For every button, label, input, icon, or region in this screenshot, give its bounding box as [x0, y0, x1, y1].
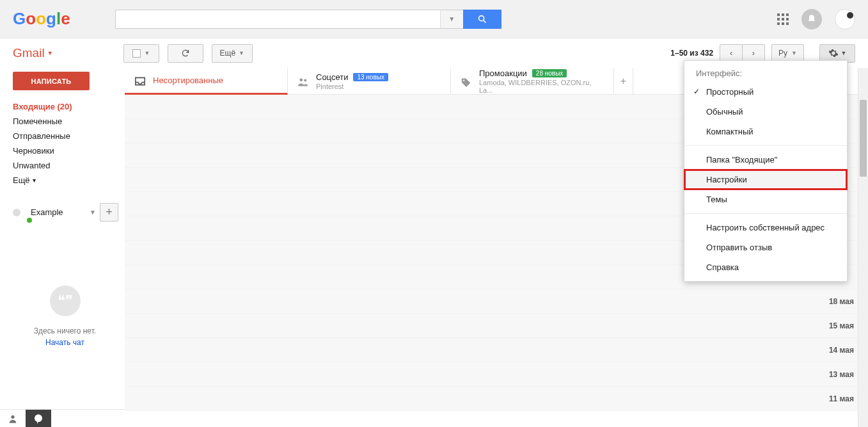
gmail-brand[interactable]: Gmail ▼ — [13, 46, 53, 60]
svg-point-7 — [35, 414, 42, 422]
mail-row[interactable]: 15 мая — [125, 314, 868, 338]
sidebar-item-sent[interactable]: Отправленные — [0, 129, 125, 143]
notifications-icon[interactable] — [801, 9, 822, 29]
presence-avatar — [12, 207, 27, 218]
caret-down-icon: ▾ — [33, 177, 36, 184]
tab-social-label: Соцсети — [316, 72, 348, 82]
hangouts-icon — [33, 414, 43, 424]
tag-icon — [460, 77, 471, 86]
account-avatar[interactable] — [835, 9, 855, 29]
tab-primary[interactable]: Несортированные — [125, 68, 288, 95]
mail-date: 18 мая — [829, 297, 859, 306]
start-chat-link[interactable]: Начать чат — [12, 338, 118, 347]
tab-promo-sub: Lamoda, WILDBERRIES, OZON.ru, La... — [479, 79, 604, 94]
search-options-dropdown[interactable]: ▼ — [440, 10, 463, 28]
menu-section-interface: Интерфейс: — [684, 65, 847, 82]
sidebar-more[interactable]: Ещё ▾ — [0, 173, 125, 188]
svg-point-6 — [11, 415, 14, 418]
search-icon — [477, 14, 487, 24]
header-bar: Google ▼ — [0, 0, 868, 38]
caret-down-icon: ▼ — [47, 50, 53, 56]
caret-down-icon: ▼ — [239, 50, 244, 56]
inbox-icon — [134, 76, 145, 85]
mail-date: 11 мая — [829, 394, 859, 403]
menu-feedback[interactable]: Отправить отзыв — [684, 238, 847, 257]
mail-date: 15 мая — [829, 321, 859, 330]
gmail-brand-label: Gmail — [13, 46, 45, 60]
svg-point-5 — [463, 79, 464, 81]
caret-down-icon: ▼ — [90, 209, 96, 216]
contacts-tab[interactable] — [0, 410, 26, 427]
mail-row[interactable]: 14 мая — [125, 338, 868, 362]
hangouts-empty-text: Здесь ничего нет. — [12, 326, 118, 335]
menu-settings[interactable]: Настройки — [684, 170, 847, 189]
search-form: ▼ — [115, 10, 501, 29]
new-conversation-button[interactable]: + — [100, 203, 118, 222]
mail-date: 14 мая — [829, 346, 859, 355]
sidebar-more-label: Ещё — [13, 175, 30, 185]
search-box: ▼ — [115, 10, 464, 29]
lang-label: Ру — [778, 49, 787, 58]
tab-social-sub: Pinterest — [316, 83, 388, 90]
more-button[interactable]: Ещё ▼ — [212, 44, 253, 63]
refresh-icon — [181, 49, 190, 58]
chevron-left-icon: ‹ — [730, 49, 732, 58]
sidebar-item-drafts[interactable]: Черновики — [0, 143, 125, 158]
hangouts-icon: ❝❞ — [50, 286, 81, 316]
tab-promotions[interactable]: Промоакции 28 новых Lamoda, WILDBERRIES,… — [451, 68, 614, 94]
mail-date: 13 мая — [829, 370, 859, 379]
caret-down-icon: ▼ — [145, 50, 150, 56]
person-icon — [8, 414, 18, 424]
caret-down-icon: ▼ — [791, 50, 797, 56]
hangouts-tab[interactable] — [26, 410, 51, 427]
paging-text: 1–50 из 432 — [670, 49, 713, 58]
search-button[interactable] — [463, 10, 501, 29]
hangouts-self-row[interactable]: Example ▼ + — [12, 203, 118, 222]
svg-point-3 — [299, 78, 303, 81]
svg-point-2 — [13, 209, 20, 216]
mail-row[interactable]: 13 мая — [125, 362, 868, 387]
menu-density-cozy[interactable]: Обычный — [684, 102, 847, 122]
tab-primary-label: Несортированные — [153, 76, 223, 85]
sidebar-item-starred[interactable]: Помеченные — [0, 114, 125, 129]
menu-separator — [684, 213, 847, 214]
search-input[interactable] — [116, 14, 440, 24]
more-label: Ещё — [220, 49, 236, 58]
menu-custom-address[interactable]: Настроить собственный адрес — [684, 218, 847, 238]
sidebar: НАПИСАТЬ Входящие (20) Помеченные Отправ… — [0, 68, 125, 427]
scrollbar-thumb[interactable] — [860, 100, 867, 177]
mail-row[interactable]: 18 мая — [125, 289, 868, 314]
online-status-icon — [27, 218, 32, 223]
caret-down-icon: ▼ — [841, 50, 847, 56]
google-logo[interactable]: Google — [13, 9, 70, 29]
vertical-scrollbar[interactable] — [858, 68, 868, 427]
hangouts-tabs — [0, 409, 125, 427]
checkbox-icon — [132, 49, 141, 58]
menu-density-comfortable[interactable]: Просторный — [684, 82, 847, 102]
mail-row[interactable]: 11 мая — [125, 387, 868, 411]
header-right — [777, 9, 855, 29]
people-icon — [297, 77, 308, 86]
svg-line-1 — [484, 20, 485, 22]
settings-menu: Интерфейс: Просторный Обычный Компактный… — [684, 60, 848, 282]
menu-inbox-folder[interactable]: Папка "Входящие" — [684, 150, 847, 170]
gear-icon — [828, 48, 839, 58]
select-all-button[interactable]: ▼ — [123, 44, 159, 63]
svg-point-4 — [304, 79, 306, 81]
refresh-button[interactable] — [168, 44, 203, 63]
menu-help[interactable]: Справка — [684, 257, 847, 277]
hangouts-username: Example — [31, 207, 86, 217]
sidebar-item-unwanted[interactable]: Unwanted — [0, 158, 125, 173]
svg-point-0 — [478, 15, 484, 20]
add-tab-button[interactable]: + — [614, 68, 633, 94]
chevron-right-icon: › — [752, 49, 755, 58]
sidebar-item-inbox[interactable]: Входящие (20) — [0, 99, 125, 114]
menu-density-compact[interactable]: Компактный — [684, 122, 847, 141]
menu-themes[interactable]: Темы — [684, 189, 847, 209]
apps-icon[interactable] — [777, 13, 789, 25]
tab-social-badge: 13 новых — [353, 73, 388, 81]
tab-social[interactable]: Соцсети 13 новых Pinterest — [288, 68, 451, 94]
compose-button[interactable]: НАПИСАТЬ — [13, 72, 90, 90]
hangouts-panel: Example ▼ + ❝❞ Здесь ничего нет. Начать … — [0, 203, 125, 347]
tab-promo-badge: 28 новых — [532, 69, 567, 77]
